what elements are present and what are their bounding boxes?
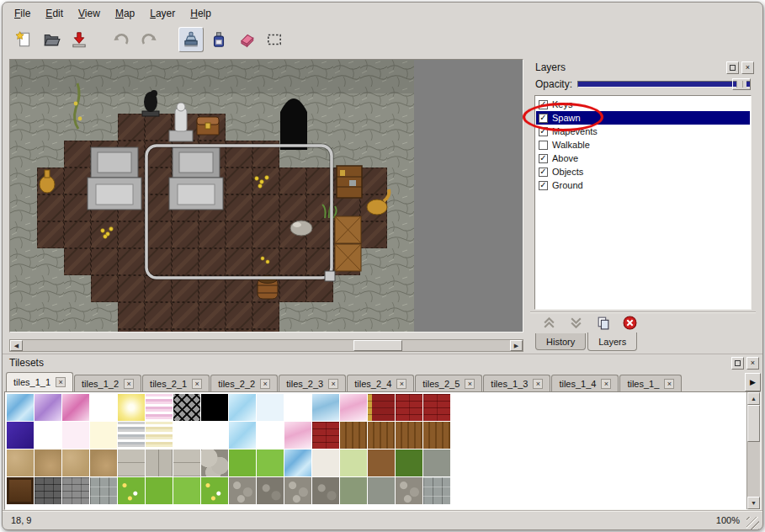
tileset-vertical-scrollbar[interactable]: ▲ ▼ bbox=[746, 392, 760, 509]
selection-resize-handle[interactable] bbox=[325, 271, 335, 281]
opacity-slider-track[interactable] bbox=[577, 81, 751, 88]
select-tool-button[interactable] bbox=[262, 27, 287, 52]
tab-close-icon[interactable]: × bbox=[601, 379, 611, 389]
open-button[interactable] bbox=[39, 27, 64, 52]
tileset-tab-tiles_1_[interactable]: tiles_1_ × bbox=[619, 375, 682, 391]
tile-stripe-cream[interactable] bbox=[146, 422, 173, 449]
tile-pave[interactable] bbox=[173, 450, 200, 476]
delete-layer-button[interactable] bbox=[621, 315, 638, 332]
tile-dirt-tan[interactable] bbox=[7, 450, 34, 476]
tile-dirt-tan[interactable] bbox=[62, 450, 89, 476]
tile-gravel[interactable] bbox=[229, 477, 256, 504]
scroll-left-arrow-icon[interactable]: ◀ bbox=[10, 340, 23, 351]
window-resize-grip[interactable] bbox=[746, 517, 759, 529]
tab-close-icon[interactable]: × bbox=[260, 379, 270, 389]
tile-water-pink[interactable] bbox=[62, 394, 89, 421]
tile-wood[interactable] bbox=[368, 422, 395, 449]
tile-dirt-tan2[interactable] bbox=[35, 450, 61, 476]
layer-row-objects[interactable]: ✓ Objects bbox=[536, 165, 750, 178]
menu-edit[interactable]: Edit bbox=[39, 5, 70, 22]
tile-water-blue[interactable] bbox=[284, 450, 311, 476]
float-panel-button[interactable] bbox=[731, 357, 744, 370]
tile-white[interactable] bbox=[90, 394, 117, 421]
tile-brick-trim[interactable] bbox=[368, 394, 395, 421]
tileset-tab-tiles_2_1[interactable]: tiles_2_1 × bbox=[142, 375, 210, 391]
new-file-button[interactable] bbox=[11, 27, 36, 52]
menu-file[interactable]: File bbox=[8, 5, 37, 22]
tile-water-pink2[interactable] bbox=[340, 394, 367, 421]
tileset-tab-tiles_2_4[interactable]: tiles_2_4 × bbox=[347, 375, 414, 391]
layer-row-above[interactable]: ✓ Above bbox=[536, 152, 750, 165]
scroll-up-arrow-icon[interactable]: ▲ bbox=[747, 392, 760, 405]
tab-close-icon[interactable]: × bbox=[192, 379, 202, 389]
tab-close-icon[interactable]: × bbox=[328, 379, 338, 389]
tileset-tab-tiles_2_3[interactable]: tiles_2_3 × bbox=[279, 375, 346, 391]
tile-grass-pale[interactable] bbox=[340, 450, 367, 476]
move-layer-down-button[interactable] bbox=[567, 315, 584, 332]
tile-gravel2[interactable] bbox=[312, 477, 339, 504]
vscroll-thumb[interactable] bbox=[747, 405, 760, 442]
scroll-down-arrow-icon[interactable]: ▼ bbox=[747, 497, 760, 509]
tile-pale-tile[interactable] bbox=[312, 450, 339, 476]
menu-layer[interactable]: Layer bbox=[143, 5, 182, 22]
tile-lattice[interactable] bbox=[173, 394, 200, 421]
close-panel-button[interactable]: × bbox=[746, 357, 759, 370]
tab-history[interactable]: History bbox=[535, 333, 586, 350]
tile-pale-blue[interactable] bbox=[257, 394, 284, 421]
tile-pale-pink[interactable] bbox=[62, 422, 89, 449]
float-panel-button[interactable] bbox=[726, 61, 739, 74]
tab-close-icon[interactable]: × bbox=[396, 379, 406, 389]
tile-white[interactable] bbox=[257, 422, 284, 449]
layer-visibility-checkbox[interactable]: ✓ bbox=[539, 100, 548, 109]
tile-stripe-gray[interactable] bbox=[118, 422, 145, 449]
menu-map[interactable]: Map bbox=[109, 5, 141, 22]
tile-brick-red[interactable] bbox=[396, 394, 422, 421]
layer-visibility-checkbox[interactable]: ✓ bbox=[539, 127, 548, 136]
layer-visibility-checkbox[interactable]: ✓ bbox=[539, 168, 548, 177]
tile-wood[interactable] bbox=[396, 422, 422, 449]
tab-close-icon[interactable]: × bbox=[56, 377, 66, 387]
tile-stone-green[interactable] bbox=[340, 477, 367, 504]
tile-grass[interactable] bbox=[146, 477, 173, 504]
map-horizontal-scrollbar[interactable]: ◀ ▶ bbox=[9, 339, 523, 352]
tileset-tab-tiles_1_4[interactable]: tiles_1_4 × bbox=[551, 375, 619, 391]
tile-navy[interactable] bbox=[7, 422, 34, 449]
layer-visibility-checkbox[interactable]: ✓ bbox=[539, 114, 548, 123]
tile-water-pink2[interactable] bbox=[284, 422, 311, 449]
tab-layers[interactable]: Layers bbox=[587, 332, 637, 351]
tile-water-cyan[interactable] bbox=[229, 394, 256, 421]
tile-white[interactable] bbox=[173, 422, 200, 449]
layer-visibility-checkbox[interactable]: ✓ bbox=[539, 141, 548, 150]
tileset-tab-tiles_2_2[interactable]: tiles_2_2 × bbox=[210, 375, 278, 391]
tile-cobble[interactable] bbox=[201, 450, 228, 476]
tile-white[interactable] bbox=[35, 422, 61, 449]
vscroll-track[interactable] bbox=[747, 405, 760, 497]
tile-black[interactable] bbox=[201, 394, 228, 421]
tile-water-purple[interactable] bbox=[35, 394, 61, 421]
layer-visibility-checkbox[interactable]: ✓ bbox=[539, 154, 548, 163]
tile-pale-yellow[interactable] bbox=[90, 422, 117, 449]
close-panel-button[interactable]: × bbox=[741, 61, 754, 74]
tile-brick-dark[interactable] bbox=[35, 477, 61, 504]
tab-close-icon[interactable]: × bbox=[664, 379, 674, 389]
tile-water-cyan[interactable] bbox=[229, 422, 256, 449]
tileset-tab-tiles_1_1[interactable]: tiles_1_1 × bbox=[6, 372, 73, 391]
tile-stone-blocks[interactable] bbox=[90, 477, 117, 504]
tileset-tab-tiles_1_3[interactable]: tiles_1_3 × bbox=[483, 375, 550, 391]
tile-pave2[interactable] bbox=[146, 450, 173, 476]
layer-visibility-checkbox[interactable]: ✓ bbox=[539, 181, 548, 190]
layer-row-spawn[interactable]: ✓ Spawn bbox=[536, 111, 750, 125]
tile-gravel[interactable] bbox=[284, 477, 311, 504]
menu-help[interactable]: Help bbox=[183, 5, 218, 22]
move-layer-up-button[interactable] bbox=[540, 315, 557, 332]
tile-gravel2[interactable] bbox=[257, 477, 284, 504]
tile-wood[interactable] bbox=[340, 422, 367, 449]
tab-scroll-right-button[interactable]: ▶ bbox=[745, 373, 761, 391]
fill-tool-button[interactable] bbox=[206, 27, 231, 52]
tile-stripe-pink[interactable] bbox=[146, 394, 173, 421]
tab-close-icon[interactable]: × bbox=[533, 379, 543, 389]
tile-glow[interactable] bbox=[118, 394, 145, 421]
opacity-slider-handle[interactable] bbox=[732, 78, 751, 90]
tile-stone-blocks[interactable] bbox=[423, 477, 450, 504]
menu-view[interactable]: View bbox=[72, 5, 107, 22]
